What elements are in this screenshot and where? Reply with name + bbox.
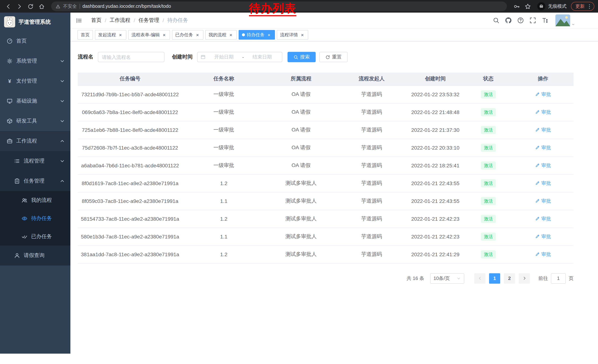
chevron-up-icon [59,178,65,184]
security-label: 不安全 [63,3,77,9]
search-icon[interactable] [493,17,499,24]
bookmark-star-icon[interactable] [523,1,533,11]
font-size-icon[interactable] [542,17,548,24]
browser-reload-button[interactable] [25,1,36,11]
table-row: 75d72608-7b7f-11ec-a3c8-acde48001122一级审批… [78,139,573,157]
sidebar-collapse-button[interactable] [76,17,82,24]
status-badge: 激活 [481,162,496,170]
app-logo[interactable]: 芋道管理系统 [0,13,70,31]
prev-page-button[interactable] [474,273,485,283]
approve-link[interactable]: 审批 [535,162,551,169]
task-id-cell: a6aba0a4-7b6d-11ec-b781-acde48001122 [78,157,182,174]
key-icon[interactable] [511,1,522,11]
user-avatar[interactable] [555,15,575,26]
search-button[interactable]: 搜索 [288,52,316,62]
close-icon[interactable]: × [300,32,305,37]
approve-link[interactable]: 审批 [535,91,551,98]
tab-item[interactable]: 首页 [77,30,93,40]
page-button[interactable]: 2 [504,273,515,283]
approve-link[interactable]: 审批 [535,180,551,187]
sidebar-item-payment-management[interactable]: ¥支付管理 [0,71,70,91]
calendar-icon [200,54,206,60]
breadcrumb-item[interactable]: 工作流程 [110,17,130,24]
initiator-cell: 芋道源码 [337,192,407,210]
status-badge: 激活 [481,126,496,134]
yen-icon: ¥ [7,78,13,84]
tabs-bar: 首页发起流程×流程表单-编辑×已办任务×我的流程×待办任务×流程详情× [70,29,598,41]
sidebar-item-todo-task[interactable]: 待办任务 [0,209,70,227]
approve-link[interactable]: 审批 [535,198,551,204]
sidebar-item-dev-tools[interactable]: 研发工具 [0,111,70,131]
status-cell: 激活 [464,103,512,121]
user-icon [14,252,20,259]
sidebar-item-process-management[interactable]: 流程管理 [0,151,70,171]
tab-item[interactable]: 流程表单-编辑× [128,30,170,40]
approve-label: 审批 [541,198,551,204]
table-row: 580e1b3d-7ac8-11ec-a9e2-a2380e71991a1.1测… [78,228,573,245]
goto-page-input[interactable] [551,273,566,283]
created-time-cell: 2022-01-21 22:41:29 [407,245,464,263]
approve-link[interactable]: 审批 [535,145,551,151]
tab-label: 待办任务 [247,32,265,38]
action-cell: 审批 [512,192,573,210]
github-icon[interactable] [505,17,512,24]
page-button[interactable]: 1 [489,273,500,283]
reset-button[interactable]: 重置 [319,52,348,62]
sidebar-item-leave-query[interactable]: 请假查询 [0,245,70,266]
caret-down-icon [457,276,461,281]
sidebar-item-done-task[interactable]: 已办任务 [0,227,70,245]
breadcrumb-item[interactable]: 首页 [91,17,101,24]
initiator-cell: 芋道源码 [337,157,407,174]
tab-item[interactable]: 流程详情× [277,30,308,40]
omnibox-divider [79,4,80,9]
close-icon[interactable]: × [195,32,200,37]
help-icon [517,17,524,24]
sidebar-item-label: 已办任务 [31,233,52,240]
created-time-cell: 2022-01-21 22:43:55 [407,174,464,192]
close-icon[interactable]: × [228,32,233,37]
sidebar-item-home[interactable]: 首页 [0,31,70,51]
status-badge: 激活 [481,215,496,223]
browser-home-button[interactable] [36,1,47,11]
sidebar-item-workflow[interactable]: 工作流程 [0,131,70,151]
clipboard-icon [14,178,20,184]
tab-item[interactable]: 已办任务× [172,30,203,40]
approve-link[interactable]: 审批 [535,216,551,222]
approve-link[interactable]: 审批 [535,109,551,115]
close-icon[interactable]: × [266,32,272,37]
created-time-cell: 2022-01-21 22:42:23 [407,228,464,245]
tab-label: 已办任务 [175,32,193,38]
tab-item[interactable]: 我的流程× [205,30,237,40]
edit-icon [535,199,540,203]
status-cell: 激活 [464,210,512,228]
sidebar-item-task-management[interactable]: 任务管理 [0,171,70,191]
approve-link[interactable]: 审批 [535,251,551,258]
sidebar-item-system-management[interactable]: 系统管理 [0,51,70,71]
next-page-button[interactable] [519,273,530,283]
chevron-left-icon [477,276,482,281]
column-header: 状态 [464,73,512,86]
close-icon[interactable]: × [162,32,167,37]
help-icon[interactable] [517,17,524,24]
approve-link[interactable]: 审批 [535,127,551,133]
approve-label: 审批 [541,109,551,115]
gear-icon [7,58,13,64]
fullscreen-icon[interactable] [530,17,536,24]
sidebar-item-label: 基础设施 [16,98,37,105]
close-icon[interactable]: × [118,32,123,37]
browser-back-button[interactable] [3,1,13,11]
breadcrumb-item[interactable]: 任务管理 [139,17,159,24]
tab-item[interactable]: 发起流程× [95,30,126,40]
page-size-select[interactable]: 10条/页 [430,273,464,283]
sidebar-item-infrastructure[interactable]: 基础设施 [0,91,70,111]
approve-link[interactable]: 审批 [535,233,551,240]
browser-forward-button[interactable] [14,1,25,11]
sidebar-item-my-process[interactable]: 我的流程 [0,191,70,209]
date-range-picker[interactable]: 开始日期 - 结束日期 [197,52,282,62]
tab-item[interactable]: 待办任务× [239,30,275,40]
address-bar[interactable]: 不安全 dashboard.yudao.iocoder.cn/bpm/task/… [51,1,507,11]
filter-form: 流程名 创建时间 开始日期 - 结束日期 搜索 重 [78,52,598,62]
update-button[interactable]: 更新 ⋮ [571,2,594,11]
incognito-icon [537,2,545,10]
process-name-input[interactable] [98,52,165,62]
